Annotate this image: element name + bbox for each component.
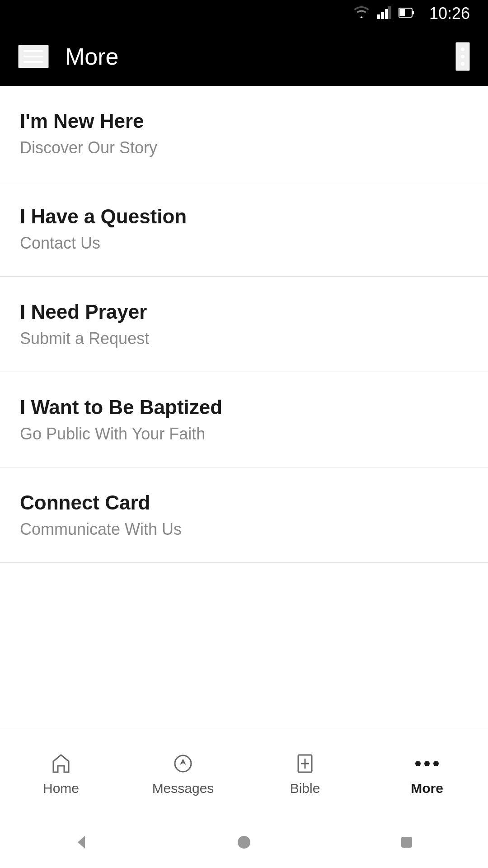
menu-item-subtitle: Submit a Request (20, 329, 468, 348)
menu-item-prayer[interactable]: I Need Prayer Submit a Request (0, 277, 488, 372)
svg-point-7 (175, 755, 191, 772)
signal-icon (377, 6, 391, 21)
menu-item-subtitle: Discover Our Story (20, 138, 468, 157)
svg-rect-1 (381, 12, 384, 19)
menu-item-question[interactable]: I Have a Question Contact Us (0, 181, 488, 277)
app-bar: More (0, 27, 488, 86)
svg-rect-14 (401, 837, 412, 848)
status-icons: 10:26 (353, 4, 470, 23)
menu-item-subtitle: Communicate With Us (20, 519, 468, 539)
menu-item-title: I Have a Question (20, 205, 468, 229)
menu-item-title: Connect Card (20, 491, 468, 515)
menu-item-subtitle: Go Public With Your Faith (20, 424, 468, 443)
more-dots-icon (414, 751, 440, 776)
status-time: 10:26 (429, 4, 470, 23)
svg-rect-3 (388, 6, 391, 19)
battery-icon (399, 6, 415, 21)
app-bar-title: More (65, 43, 455, 70)
content-area: I'm New Here Discover Our Story I Have a… (0, 86, 488, 728)
svg-rect-2 (385, 9, 388, 19)
nav-label-home: Home (43, 781, 79, 796)
svg-rect-0 (377, 14, 380, 19)
home-button[interactable] (235, 833, 253, 853)
menu-item-new-here[interactable]: I'm New Here Discover Our Story (0, 86, 488, 181)
svg-point-13 (238, 836, 250, 849)
nav-item-home[interactable]: Home (0, 746, 122, 801)
status-bar: 10:26 (0, 0, 488, 27)
bottom-nav: Home Messages Bible (0, 728, 488, 818)
svg-marker-12 (78, 836, 85, 849)
menu-item-subtitle: Contact Us (20, 233, 468, 253)
nav-label-more: More (411, 781, 443, 796)
menu-item-title: I'm New Here (20, 109, 468, 133)
recents-button[interactable] (398, 833, 416, 853)
nav-label-messages: Messages (152, 781, 214, 796)
menu-item-baptize[interactable]: I Want to Be Baptized Go Public With You… (0, 372, 488, 467)
nav-label-bible: Bible (290, 781, 320, 796)
menu-item-title: I Need Prayer (20, 300, 468, 324)
overflow-menu-button[interactable] (455, 42, 470, 71)
bible-icon (292, 751, 318, 776)
system-nav-bar (0, 818, 488, 868)
svg-rect-6 (399, 9, 405, 16)
menu-item-connect-card[interactable]: Connect Card Communicate With Us (0, 467, 488, 563)
menu-item-title: I Want to Be Baptized (20, 396, 468, 420)
nav-item-messages[interactable]: Messages (122, 746, 244, 801)
svg-marker-8 (180, 759, 186, 765)
back-button[interactable] (72, 833, 90, 853)
svg-rect-5 (412, 11, 414, 14)
nav-item-bible[interactable]: Bible (244, 746, 366, 801)
messages-icon (170, 751, 196, 776)
home-icon (48, 751, 74, 776)
hamburger-button[interactable] (18, 45, 49, 68)
nav-item-more[interactable]: More (366, 746, 488, 801)
wifi-icon (353, 6, 370, 21)
